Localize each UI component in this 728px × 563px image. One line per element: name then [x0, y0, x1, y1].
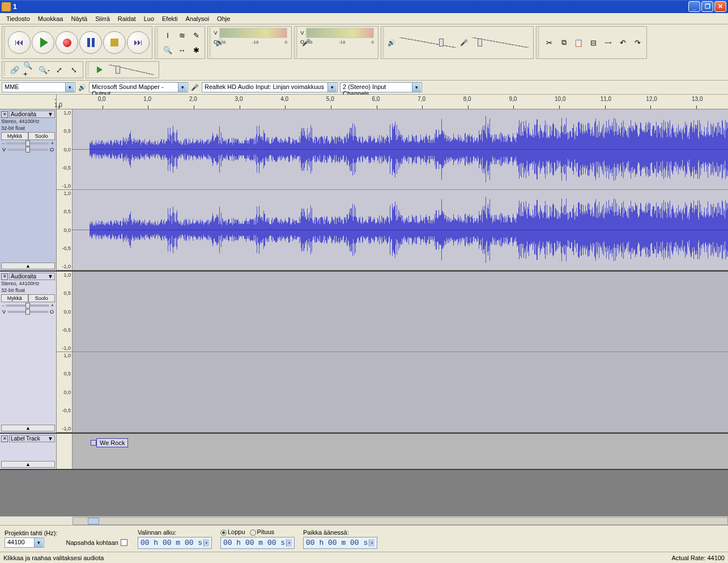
speaker-icon: 🔊 [215, 38, 224, 47]
trim-button[interactable]: ⊟ [586, 36, 600, 49]
waveform-1-left[interactable] [73, 109, 728, 189]
label-track-collapse[interactable]: ▲ [1, 461, 55, 468]
audio-position-time[interactable]: 00 h 00 m 00 s [303, 537, 377, 549]
input-volume-slider[interactable] [472, 37, 529, 48]
draw-tool[interactable]: ✎ [189, 28, 203, 42]
undo-button[interactable]: ↶ [616, 36, 629, 49]
record-meter-left[interactable] [306, 28, 374, 38]
redo-button[interactable]: ↷ [631, 36, 644, 49]
snap-checkbox[interactable] [121, 539, 127, 546]
scrollbar-thumb[interactable] [88, 518, 99, 524]
play-button[interactable] [32, 31, 54, 54]
track-menu-1[interactable]: Audioraita▼ [9, 111, 55, 118]
envelope-tool[interactable]: ≋ [175, 28, 189, 42]
waveform-1-right[interactable] [73, 190, 728, 270]
close-button[interactable]: ✕ [714, 1, 726, 12]
menu-effect[interactable]: Efekti [158, 14, 182, 23]
fit-project-button[interactable]: ⤡ [67, 63, 80, 77]
audio-host-combo[interactable]: MME [2, 82, 75, 92]
track-panel-1[interactable]: ✕ Audioraita▼ Stereo, 44100Hz 32-bit flo… [0, 109, 57, 270]
track-collapse-2[interactable]: ▲ [1, 425, 55, 431]
status-rate: Actual Rate: 44100 [671, 554, 725, 561]
selection-end-time[interactable]: 00 h 00 m 00 s [220, 537, 295, 549]
skip-end-icon: ⏭ [134, 37, 143, 48]
edit-toolbar: ✂ ⧉ 📋 ⊟ ⟞ ↶ ↷ [536, 26, 647, 59]
label-text[interactable]: We Rock [96, 438, 128, 447]
waveform-2-left[interactable] [73, 272, 728, 352]
label-marker[interactable]: We Rock [91, 438, 128, 447]
skip-start-button[interactable]: ⏮ [8, 31, 31, 54]
minimize-button[interactable]: _ [688, 1, 700, 12]
mute-button-2[interactable]: Mykkä [1, 294, 28, 302]
gain-slider-1[interactable]: -+ [1, 141, 55, 146]
solo-button-2[interactable]: Soolo [28, 294, 56, 302]
track-menu-2[interactable]: Audioraita▼ [9, 273, 55, 280]
skip-end-button[interactable]: ⏭ [127, 31, 150, 54]
solo-button-1[interactable]: Soolo [28, 132, 56, 140]
zoom-in-button[interactable]: 🔍+ [23, 63, 36, 77]
silence-button[interactable]: ⟞ [601, 36, 615, 49]
selection-tool[interactable]: I [161, 28, 174, 42]
play-speed-button[interactable] [92, 63, 105, 77]
menu-edit[interactable]: Muokkaa [34, 14, 67, 23]
project-rate-combo[interactable]: 44100 [5, 537, 44, 548]
menu-help[interactable]: Ohje [213, 14, 234, 23]
label-handle-icon[interactable] [91, 440, 96, 446]
timeshift-tool[interactable]: ↔ [175, 43, 189, 57]
output-volume-slider[interactable] [399, 37, 456, 48]
input-device-combo[interactable]: Realtek HD Audio Input: Linjan voimakkuu… [202, 82, 338, 92]
pan-slider-1[interactable]: VO [1, 147, 55, 153]
label-area[interactable]: We Rock [73, 434, 728, 469]
maximize-button[interactable]: ❐ [701, 1, 713, 12]
record-button[interactable] [56, 31, 78, 54]
selection-start-time[interactable]: 00 h 00 m 00 s [138, 537, 212, 549]
paste-button[interactable]: 📋 [572, 36, 585, 49]
length-radio-label[interactable]: Pituus [250, 528, 275, 536]
copy-button[interactable]: ⧉ [557, 36, 571, 49]
label-track-menu[interactable]: Label Track▼ [9, 435, 55, 442]
timeline-ruler[interactable]: - 1,00,01,02,03,04,05,06,07,08,09,010,01… [0, 95, 728, 109]
track-collapse-1[interactable]: ▲ [1, 263, 55, 269]
waveform-2-right[interactable] [73, 352, 728, 432]
empty-track-area[interactable] [0, 470, 728, 516]
horizontal-scrollbar[interactable] [0, 516, 728, 525]
track-close-2[interactable]: ✕ [1, 273, 8, 280]
track-close-1[interactable]: ✕ [1, 111, 8, 118]
pan-slider-2[interactable]: VO [1, 309, 55, 315]
snap-label: Napsahda kohtaan [66, 539, 118, 546]
menu-view[interactable]: Näytä [67, 14, 91, 23]
input-channels-combo[interactable]: 2 (Stereo) Input Channels [340, 82, 422, 92]
label-track-panel[interactable]: ✕ Label Track▼ ▲ [0, 434, 57, 469]
link-button[interactable]: 🔗 [8, 63, 22, 77]
playback-meter-left[interactable] [219, 28, 287, 38]
multi-tool[interactable]: ✱ [189, 43, 203, 57]
menu-tracks[interactable]: Raidat [114, 14, 140, 23]
cut-button[interactable]: ✂ [542, 36, 556, 49]
zoom-tool[interactable]: 🔍 [161, 43, 174, 57]
menu-transport[interactable]: Siirrä [91, 14, 114, 23]
playback-speed-slider[interactable] [109, 65, 154, 75]
length-radio[interactable] [250, 530, 256, 536]
gain-slider-2[interactable]: -+ [1, 303, 55, 308]
app-icon [2, 2, 11, 11]
fit-selection-button[interactable]: ⤢ [52, 63, 66, 77]
mute-button-1[interactable]: Mykkä [1, 132, 28, 140]
label-track-close[interactable]: ✕ [1, 435, 8, 442]
pause-button[interactable] [79, 31, 102, 54]
menu-analyze[interactable]: Analysoi [182, 14, 214, 23]
project-rate-label: Projektin tahti (Hz): [5, 530, 58, 536]
play-icon [40, 37, 48, 48]
input-vol-icon: 🎤 [459, 38, 469, 47]
zoom-out-button[interactable]: 🔍- [37, 63, 51, 77]
status-hint: Klikkaa ja raahaa valitaksesi audiota [3, 554, 104, 561]
meter-v-label: V [214, 30, 218, 36]
end-radio[interactable] [220, 530, 227, 536]
record-icon [63, 39, 71, 47]
menu-generate[interactable]: Luo [140, 14, 158, 23]
playback-meter: V O -36-180 🔊 [207, 26, 292, 59]
track-panel-2[interactable]: ✕ Audioraita▼ Stereo, 44100Hz 32-bit flo… [0, 272, 57, 433]
menu-file[interactable]: Tiedosto [2, 14, 34, 23]
output-device-combo[interactable]: Microsoft Sound Mapper - Output [89, 82, 188, 92]
stop-button[interactable] [103, 31, 126, 54]
end-radio-label[interactable]: Loppu [220, 528, 245, 536]
